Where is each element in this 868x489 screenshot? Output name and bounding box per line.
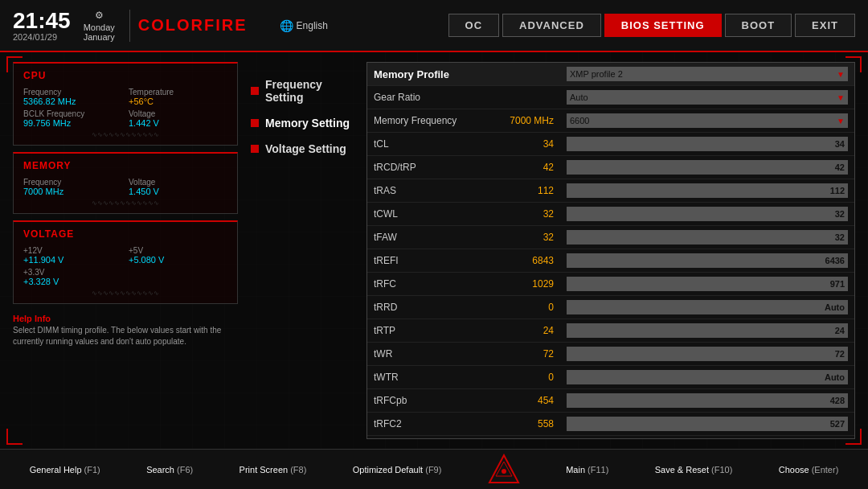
clock-date: 2024/01/29 (13, 32, 71, 42)
cpu-card: CPU Frequency 5366.82 MHz Temperature +5… (13, 62, 238, 146)
nav-exit[interactable]: EXIT (795, 14, 855, 37)
day-section: ⚙ Monday January (84, 10, 115, 42)
nav-bios-setting[interactable]: BIOS SETTING (604, 14, 722, 37)
mem-freq-value: 7000 MHz (23, 187, 122, 196)
bottom-bar: General Help (F1) Search (F6) Print Scre… (0, 449, 868, 489)
nav-boot[interactable]: BOOT (725, 14, 792, 37)
menu-voltage-setting[interactable]: Voltage Setting (251, 142, 354, 155)
mem-voltage-label: Voltage (129, 178, 227, 187)
memory-settings-table: Memory Profile XMP profile 2 ▼ Gear Rati… (367, 63, 854, 439)
value-bar: 34 (567, 137, 848, 151)
clock-time: 21:45 (13, 10, 71, 32)
nav-advanced[interactable]: ADVANCED (502, 14, 601, 37)
cpu-voltage-label: Voltage (129, 109, 227, 118)
voltage-wave: ∿∿∿∿∿∿∿∿∿∿∿∿ (23, 290, 227, 297)
table-row[interactable]: tRFC2 558 527 (367, 413, 854, 436)
middle-menu: Frequency Setting Memory Setting Voltage… (238, 62, 366, 439)
table-row[interactable]: Gear Ratio Auto ▼ (367, 86, 854, 109)
row-value: 0 (496, 366, 560, 389)
table-row[interactable]: tRTP 24 24 (367, 319, 854, 343)
dropdown-arrow-icon: ▼ (837, 93, 845, 102)
row-name: tRFC4 (367, 436, 496, 440)
freq-setting-label: Frequency Setting (265, 78, 354, 104)
row-value: 454 (496, 389, 560, 413)
mem-setting-label: Memory Setting (265, 117, 350, 129)
table-row[interactable]: tRCD/tRP 42 42 (367, 156, 854, 179)
memory-table-panel[interactable]: Memory Profile XMP profile 2 ▼ Gear Rati… (366, 62, 855, 439)
cpu-temp-label: Temperature (129, 88, 227, 97)
nav-oc[interactable]: OC (448, 14, 500, 37)
mem-voltage-value: 1.450 V (129, 187, 227, 196)
help-card: Help Info Select DIMM timing profile. Th… (13, 310, 238, 351)
row-value: 7000 MHz (496, 109, 560, 133)
bottom-main: Main (F11) (566, 465, 608, 475)
row-name: tFAW (367, 226, 496, 249)
dropdown-arrow-icon: ▼ (837, 70, 845, 79)
cpu-bclk-value: 99.756 MHz (23, 118, 122, 128)
table-row[interactable]: tFAW 32 32 (367, 226, 854, 249)
row-value (496, 63, 560, 86)
dropdown-cell[interactable]: Auto ▼ (567, 90, 848, 105)
row-name: tWR (367, 343, 496, 366)
bottom-optimized: Optimized Default (F9) (353, 465, 442, 475)
table-row[interactable]: tRRD 0 Auto (367, 296, 854, 319)
svg-point-2 (502, 469, 506, 474)
row-value: 32 (496, 226, 560, 249)
row-name: tREFI (367, 249, 496, 273)
table-row[interactable]: tCL 34 34 (367, 133, 854, 156)
cpu-wave: ∿∿∿∿∿∿∿∿∿∿∿∿ (23, 131, 227, 138)
table-row[interactable]: tWTR 0 Auto (367, 366, 854, 389)
dropdown-arrow-icon: ▼ (837, 117, 845, 125)
value-bar: 72 (567, 347, 848, 361)
v33-value: +3.328 V (23, 277, 122, 286)
row-name: tCL (367, 133, 496, 156)
table-row[interactable]: tCWL 32 32 (367, 203, 854, 226)
value-bar: Auto (567, 370, 848, 384)
dropdown-cell[interactable]: XMP profile 2 ▼ (567, 67, 848, 81)
row-name: tRFC2 (367, 413, 496, 436)
table-row[interactable]: tREFI 6843 6436 (367, 249, 854, 273)
value-bar: 527 (567, 417, 848, 431)
memory-card: MEMORY Frequency 7000 MHz Voltage 1.450 … (13, 152, 238, 214)
voltage-title: VOLTAGE (23, 228, 227, 240)
bottom-choose: Choose (Enter) (779, 465, 839, 475)
table-row[interactable]: tRFCpb 454 428 (367, 389, 854, 413)
row-name: tRAS (367, 179, 496, 203)
row-name: tRRD (367, 296, 496, 319)
table-row[interactable]: tRFC4 0 Auto (367, 436, 854, 440)
dropdown-cell[interactable]: 6600 ▼ (567, 113, 848, 128)
top-bar: 21:45 2024/01/29 ⚙ Monday January COLORF… (0, 0, 868, 52)
row-name: tCWL (367, 203, 496, 226)
language-selector[interactable]: 🌐 English (280, 19, 328, 32)
language-label: English (297, 20, 328, 31)
row-value: 558 (496, 413, 560, 436)
table-row[interactable]: tWR 72 72 (367, 343, 854, 366)
table-row[interactable]: tRFC 1029 971 (367, 273, 854, 296)
value-bar: Auto (567, 300, 848, 314)
bottom-general-help: General Help (F1) (30, 465, 100, 475)
gear-icon: ⚙ (95, 10, 104, 21)
v12-value: +11.904 V (23, 255, 122, 265)
v33-label: +3.3V (23, 268, 122, 277)
row-value: 72 (496, 343, 560, 366)
nav-buttons: OC ADVANCED BIOS SETTING BOOT EXIT (448, 14, 855, 37)
v5-label: +5V (129, 246, 227, 255)
mem-freq-label: Frequency (23, 178, 122, 187)
cpu-bclk-label: BCLK Frequency (23, 109, 122, 118)
value-bar: 24 (567, 323, 848, 338)
value-bar: 42 (567, 160, 848, 175)
bottom-print-screen: Print Screen (F8) (240, 465, 307, 475)
row-name: tRFCpb (367, 389, 496, 413)
clock-section: 21:45 2024/01/29 (13, 10, 71, 42)
row-value: 24 (496, 319, 560, 343)
menu-memory-setting[interactable]: Memory Setting (251, 117, 354, 129)
table-row[interactable]: tRAS 112 112 (367, 179, 854, 203)
table-row[interactable]: Memory Frequency 7000 MHz 6600 ▼ (367, 109, 854, 133)
cpu-freq-value: 5366.82 MHz (23, 97, 122, 106)
red-square-icon-2 (251, 119, 259, 127)
help-title: Help Info (13, 314, 238, 323)
table-row[interactable]: Memory Profile XMP profile 2 ▼ (367, 63, 854, 86)
row-name: tRFC (367, 273, 496, 296)
menu-frequency-setting[interactable]: Frequency Setting (251, 78, 354, 104)
memory-title: MEMORY (23, 160, 227, 171)
